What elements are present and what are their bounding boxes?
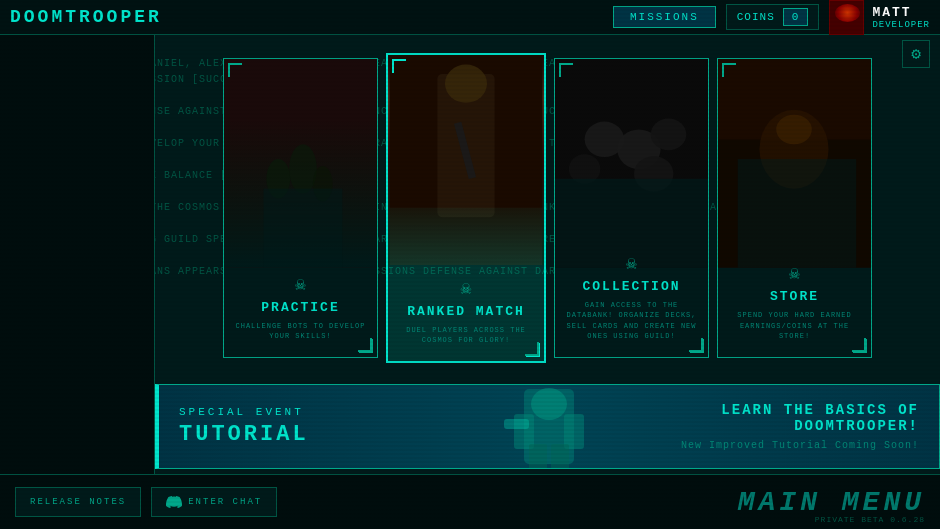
user-area: MATT DEVELOPER: [829, 0, 930, 35]
store-card-image: [718, 59, 871, 269]
footer-left: RELEASE NOTES ENTER CHAT: [15, 487, 277, 517]
store-card-corner-tl: [722, 63, 736, 77]
practice-art: [224, 59, 377, 269]
ranked-art: [388, 55, 544, 265]
svg-point-24: [531, 388, 567, 420]
ranked-art-svg: [388, 55, 544, 265]
coins-value: 0: [783, 8, 809, 26]
collection-card[interactable]: ☠ COLLECTION GAIN ACCESS TO THE DATABANK…: [554, 58, 709, 358]
ranked-card-desc: DUEL PLAYERS ACROSS THE COSMOS FOR GLORY…: [388, 325, 544, 346]
banner-character-svg: [489, 384, 609, 469]
svg-rect-5: [263, 188, 342, 267]
store-art-svg: [718, 59, 871, 269]
banner-right: LEARN THE BASICS OF DOOMTROOPER! New Imp…: [609, 392, 939, 461]
sidebar-background: [0, 35, 155, 474]
ranked-card-icon: ☠: [461, 277, 472, 299]
svg-rect-10: [390, 207, 543, 264]
discord-icon: [166, 494, 182, 510]
practice-card[interactable]: ☠ PRACTICE CHALLENGE BOTS TO DEVELOP YOU…: [223, 58, 378, 358]
coins-area: COINS 0: [726, 4, 820, 30]
ranked-card-corner-tl: [392, 59, 406, 73]
settings-button[interactable]: ⚙: [902, 40, 930, 68]
release-notes-button[interactable]: RELEASE NOTES: [15, 487, 141, 517]
practice-card-desc: CHALLENGE BOTS TO DEVELOP YOUR SKILLS!: [224, 321, 377, 342]
store-card-icon: ☠: [789, 262, 800, 284]
collection-card-bottom: ☠ COLLECTION GAIN ACCESS TO THE DATABANK…: [555, 252, 708, 342]
release-notes-label: RELEASE NOTES: [30, 497, 126, 507]
enter-chat-label: ENTER CHAT: [188, 497, 262, 507]
practice-art-svg: [224, 59, 377, 269]
user-name: MATT: [872, 5, 930, 20]
ranked-card-image: [388, 55, 544, 265]
header: DOOMTROOPER MISSIONS COINS 0 MATT DEVELO…: [0, 0, 940, 35]
cards-container: ☠ PRACTICE CHALLENGE BOTS TO DEVELOP YOU…: [155, 35, 940, 380]
banner-left: SPECIAL EVENT TUTORIAL: [159, 396, 489, 457]
ranked-card[interactable]: ☠ RANKED MATCH DUEL PLAYERS ACROSS THE C…: [386, 53, 546, 363]
svg-rect-29: [504, 419, 529, 429]
footer-main-menu-label: MAIN MENU: [738, 487, 925, 518]
header-right: MISSIONS COINS 0 MATT DEVELOPER: [613, 0, 930, 35]
user-avatar: [829, 0, 864, 35]
collection-art: [555, 59, 708, 269]
footer: RELEASE NOTES ENTER CHAT MAIN MENU PRIVA…: [0, 474, 940, 529]
svg-point-21: [776, 114, 812, 144]
store-card-bottom: ☠ STORE SPEND YOUR HARD EARNED EARNINGS/…: [718, 262, 871, 342]
user-info: MATT DEVELOPER: [872, 5, 930, 30]
banner-right-sub: New Improved Tutorial Coming Soon!: [629, 440, 919, 451]
practice-card-title: PRACTICE: [261, 300, 339, 315]
banner-character: [489, 384, 609, 469]
banner-right-title: LEARN THE BASICS OF DOOMTROOPER!: [629, 402, 919, 434]
missions-button[interactable]: MISSIONS: [613, 6, 716, 28]
practice-card-bottom: ☠ PRACTICE CHALLENGE BOTS TO DEVELOP YOU…: [224, 273, 377, 342]
practice-card-image: [224, 59, 377, 269]
svg-point-14: [651, 118, 687, 150]
collection-card-desc: GAIN ACCESS TO THE DATABANK! ORGANIZE DE…: [555, 300, 708, 342]
ranked-card-bottom: ☠ RANKED MATCH DUEL PLAYERS ACROSS THE C…: [388, 277, 544, 346]
store-card-desc: SPEND YOUR HARD EARNED EARNINGS/COINS AT…: [718, 310, 871, 342]
gear-icon: ⚙: [911, 44, 921, 64]
svg-rect-26: [564, 414, 584, 449]
card-corner-tl: [228, 63, 242, 77]
store-card-title: STORE: [770, 289, 819, 304]
store-art: [718, 59, 871, 269]
version-label: PRIVATE BETA 0.6.28: [815, 515, 925, 524]
enter-chat-button[interactable]: ENTER CHAT: [151, 487, 277, 517]
svg-rect-28: [551, 444, 569, 469]
collection-card-title: COLLECTION: [582, 279, 680, 294]
collection-card-image: [555, 59, 708, 269]
coins-label: COINS: [737, 11, 775, 23]
user-role: DEVELOPER: [872, 20, 930, 30]
ranked-card-title: RANKED MATCH: [407, 304, 525, 319]
store-card[interactable]: ☠ STORE SPEND YOUR HARD EARNED EARNINGS/…: [717, 58, 872, 358]
collection-card-icon: ☠: [626, 252, 637, 274]
svg-point-3: [289, 144, 317, 193]
svg-rect-27: [529, 444, 547, 469]
banner-title: TUTORIAL: [179, 422, 469, 447]
collection-art-svg: [555, 59, 708, 269]
app-logo: DOOMTROOPER: [10, 7, 162, 27]
svg-point-8: [445, 64, 487, 102]
banner-label: SPECIAL EVENT: [179, 406, 469, 418]
collection-card-corner-tl: [559, 63, 573, 77]
svg-rect-22: [738, 159, 856, 268]
tutorial-banner[interactable]: SPECIAL EVENT TUTORIAL LEARN THE BASICS …: [155, 384, 940, 469]
practice-card-icon: ☠: [295, 273, 306, 295]
